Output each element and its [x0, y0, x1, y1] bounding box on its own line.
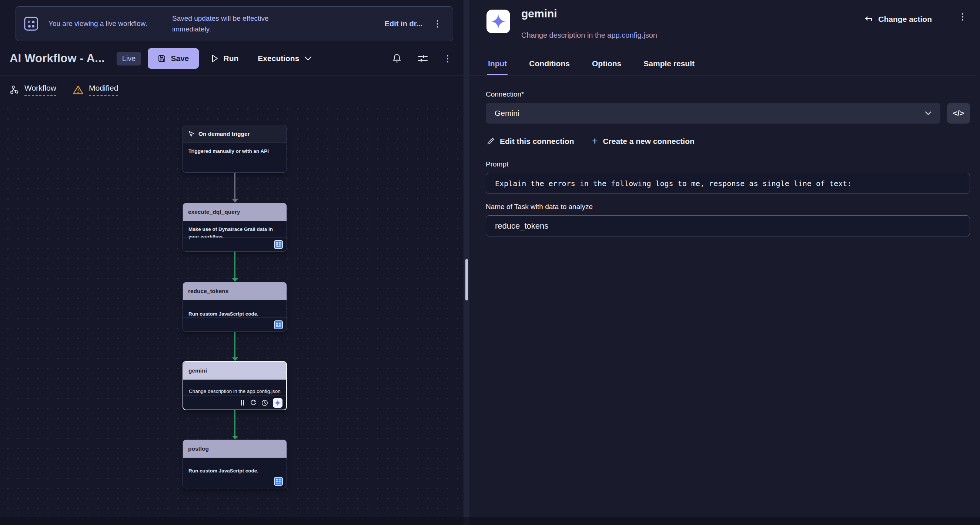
- splitter-drag-handle[interactable]: [465, 259, 468, 300]
- warning-triangle-icon: [73, 85, 84, 95]
- tab-workflow[interactable]: Workflow: [10, 84, 56, 96]
- node-title: postlog: [188, 446, 209, 452]
- live-workflow-banner: You are viewing a live workflow. Saved u…: [16, 6, 453, 41]
- node-title: gemini: [188, 367, 207, 374]
- workflows-app-icon: [22, 15, 40, 32]
- connector-line: [234, 332, 235, 358]
- gemini-sparkle-icon[interactable]: [273, 398, 283, 408]
- table-icon[interactable]: [274, 320, 283, 329]
- save-icon: [158, 54, 166, 63]
- prompt-label: Prompt: [486, 160, 970, 168]
- edit-in-draft-link[interactable]: Edit in dr...: [385, 20, 422, 28]
- banner-kebab-menu[interactable]: ⋮: [431, 17, 444, 30]
- connector-arrowhead: [232, 357, 238, 361]
- play-icon: [211, 54, 219, 63]
- task-name-label: Name of Task with data to analyze: [486, 203, 970, 211]
- connector-arrowhead: [232, 199, 238, 203]
- action-header: gemini Change description in the app.con…: [469, 0, 980, 56]
- action-subtitle: Change description in the app.config.jso…: [521, 31, 657, 40]
- workflow-editor-pane: You are viewing a live workflow. Saved u…: [0, 0, 463, 525]
- tab-sample-result[interactable]: Sample result: [643, 56, 695, 75]
- prompt-input[interactable]: [486, 173, 970, 194]
- workflow-kebab-menu[interactable]: ⋮: [441, 52, 454, 65]
- workflow-title-row: AI Workflow - A... Live Save Run Executi…: [10, 47, 454, 70]
- sliders-icon: [417, 54, 428, 63]
- action-kebab-menu[interactable]: ⋮: [956, 10, 969, 23]
- node-title: reduce_tokens: [188, 288, 228, 295]
- connector-line: [234, 173, 235, 200]
- connector-line: [234, 252, 235, 278]
- node-execute-dql-query[interactable]: execute_dql_query Make use of Dynatrace …: [183, 203, 287, 252]
- tab-workflow-label: Workflow: [24, 84, 56, 96]
- create-connection-button[interactable]: + Create a new connection: [591, 133, 695, 149]
- connector-line: [234, 410, 235, 436]
- table-icon[interactable]: [274, 477, 283, 486]
- tab-input[interactable]: Input: [487, 56, 508, 75]
- code-view-button[interactable]: </>: [947, 103, 970, 124]
- tab-modified-label: Modified: [89, 84, 118, 96]
- tab-modified[interactable]: Modified: [73, 84, 118, 96]
- node-title: On demand trigger: [199, 131, 250, 137]
- workflow-title: AI Workflow - A...: [10, 52, 105, 65]
- create-connection-label: Create a new connection: [603, 137, 694, 146]
- connection-value: Gemini: [495, 109, 519, 117]
- bell-icon: [392, 53, 402, 63]
- table-icon[interactable]: [274, 240, 283, 249]
- connector-arrowhead: [232, 278, 238, 282]
- node-title: execute_dql_query: [188, 209, 240, 215]
- run-button-label: Run: [224, 54, 239, 63]
- view-tabs: Workflow Modified: [0, 76, 463, 102]
- node-gemini[interactable]: gemini Change description in the app.con…: [183, 361, 287, 410]
- hierarchy-icon: [10, 85, 19, 95]
- node-description: Triggered manually or with an API: [183, 143, 286, 160]
- edit-connection-label: Edit this connection: [500, 137, 574, 146]
- change-action-button[interactable]: Change action: [860, 11, 936, 27]
- connection-label: Connection*: [486, 90, 970, 98]
- retry-icon[interactable]: [250, 400, 256, 406]
- live-status-badge: Live: [117, 52, 142, 65]
- executions-label: Executions: [258, 54, 299, 63]
- tab-options[interactable]: Options: [591, 56, 622, 75]
- chevron-down-icon: [925, 111, 932, 116]
- plus-icon: +: [592, 135, 598, 147]
- workflow-canvas[interactable]: On demand trigger Triggered manually or …: [0, 102, 463, 525]
- node-postlog[interactable]: postlog Run custom JavaScript code.: [183, 439, 287, 489]
- pencil-icon: [487, 137, 495, 145]
- change-action-label: Change action: [878, 15, 932, 24]
- workflow-settings-button[interactable]: [415, 51, 430, 66]
- banner-message-1: You are viewing a live workflow.: [48, 18, 163, 29]
- run-button[interactable]: Run: [206, 50, 243, 67]
- connection-select[interactable]: Gemini: [486, 103, 940, 124]
- tab-conditions[interactable]: Conditions: [528, 56, 571, 75]
- pause-icon[interactable]: [240, 400, 245, 406]
- node-on-demand-trigger[interactable]: On demand trigger Triggered manually or …: [183, 125, 287, 173]
- gemini-logo-icon: [487, 10, 510, 33]
- edit-connection-button[interactable]: Edit this connection: [486, 135, 575, 148]
- node-reduce-tokens[interactable]: reduce_tokens Run custom JavaScript code…: [183, 282, 287, 332]
- chevron-down-icon: [304, 56, 312, 61]
- save-button[interactable]: Save: [148, 48, 199, 69]
- notifications-bell-button[interactable]: [390, 51, 404, 66]
- connector-arrowhead: [232, 436, 238, 439]
- cursor-icon: [188, 131, 195, 137]
- executions-dropdown[interactable]: Executions: [253, 50, 317, 67]
- action-tabs: Input Conditions Options Sample result: [469, 56, 976, 76]
- clock-icon[interactable]: [261, 400, 268, 406]
- input-tab-content: Connection* Gemini </>: [469, 76, 980, 525]
- save-button-label: Save: [171, 54, 189, 63]
- back-arrow-icon: [864, 16, 873, 23]
- banner-message-2: Saved updates will be effective immediat…: [172, 13, 305, 35]
- panel-resize-splitter[interactable]: [463, 0, 469, 525]
- action-title: gemini: [521, 7, 557, 20]
- action-detail-panel: gemini Change description in the app.con…: [469, 0, 980, 525]
- task-name-input[interactable]: [486, 215, 970, 236]
